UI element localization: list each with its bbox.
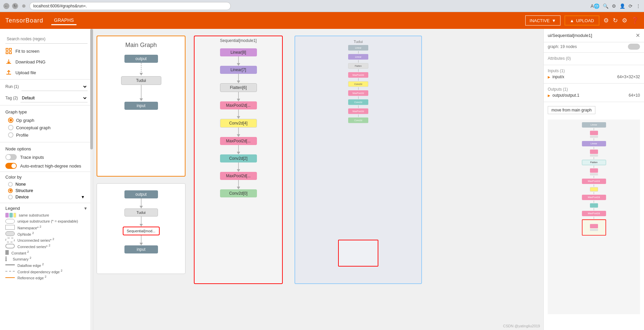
mini-overview-panel[interactable]: Tudui Linear Linear Flatten MaxPool2d Co… [294, 36, 422, 284]
download-png-button[interactable]: Download PNG [0, 56, 93, 67]
input-row[interactable]: ▶ input/x 64×3×32×32 [548, 74, 640, 80]
nav-graphs[interactable]: GRAPHS [51, 16, 76, 25]
auto-extract-toggle-row: Auto-extract high-degree nodes [0, 161, 93, 170]
bottom-main-graph-panel[interactable]: output Tudui Sequential[mod... [97, 183, 185, 274]
back-button[interactable]: ← [3, 3, 9, 9]
input-value: 64×3×32×32 [617, 75, 640, 79]
inactive-button[interactable]: INACTIVE ▼ [525, 15, 560, 26]
legend-unique-shape [5, 219, 15, 224]
rmp-c10 [594, 208, 594, 210]
search-input[interactable] [5, 34, 88, 44]
sc4 [235, 109, 242, 119]
output-row[interactable]: ▶ output/output.1 64×10 [548, 92, 640, 98]
rmp-c1 [594, 128, 594, 130]
profile-option[interactable]: Profile [8, 131, 85, 139]
seq-conv2-node[interactable]: Conv2d[2] [220, 154, 257, 162]
auto-extract-toggle[interactable] [5, 163, 17, 169]
rmp-7: MaxPool2d [582, 179, 606, 184]
fit-screen-button[interactable]: Fit to screen [0, 46, 93, 56]
bottom-input-node[interactable]: input [124, 245, 158, 253]
op-graph-radio[interactable] [8, 117, 13, 123]
rmp-10a [590, 203, 598, 208]
legend-control-label: Control dependency edge 2 [17, 269, 62, 274]
svg-marker-17 [237, 81, 240, 83]
profile-icon[interactable]: 👤 [620, 3, 625, 9]
upload-file-button[interactable]: Upload file [0, 67, 93, 78]
bottom-tudui-node[interactable]: Tudui [124, 208, 158, 217]
sc3 [235, 92, 242, 101]
legend-opnode-shape [5, 231, 15, 236]
extension-icon[interactable]: ⚙ [612, 3, 616, 9]
output-name: output/output.1 [552, 93, 579, 98]
legend-header[interactable]: Legend ▼ [5, 206, 88, 211]
close-icon[interactable]: ✕ [636, 32, 640, 39]
color-device-dropdown[interactable]: ▼ [81, 195, 85, 199]
legend-collapse-icon[interactable]: ▼ [84, 206, 88, 211]
reload-icon[interactable]: ↻ [613, 17, 618, 24]
move-from-main-graph-button[interactable]: move from main graph [548, 106, 595, 114]
zoom-icon[interactable]: 🔍 [603, 3, 608, 9]
legend-item-unique: unique substructure (* = expandable) [5, 218, 88, 224]
seq-maxpool1-node[interactable]: MaxPool2d[... [220, 172, 257, 180]
conceptual-graph-radio[interactable] [8, 125, 13, 130]
inactive-label: INACTIVE [530, 18, 550, 23]
conceptual-graph-option[interactable]: Conceptual graph [8, 124, 85, 131]
graph-type-options: Op graph Conceptual graph Profile [0, 116, 93, 141]
rmp-11: MaxPool2d [582, 211, 606, 216]
main-input-node[interactable]: input [124, 102, 158, 110]
op-graph-option[interactable]: Op graph [8, 116, 85, 124]
mini-conn5 [358, 87, 359, 90]
panel-toggle[interactable] [628, 44, 640, 50]
scrollbar-track[interactable] [90, 29, 93, 330]
full-graph: Main Graph output Tudui [93, 29, 543, 330]
seq-linear7-node[interactable]: Linear[7] [220, 66, 257, 74]
color-by-title: Color by [5, 175, 88, 180]
graph-type-title: Graph type [0, 107, 93, 116]
sync-icon[interactable]: ⟳ [629, 3, 633, 9]
header-right: INACTIVE ▼ ▲ UPLOAD ⚙ ↻ ⚙ ❓ [525, 15, 639, 26]
seq-maxpool3-node[interactable]: MaxPool2d[... [220, 137, 257, 145]
outputs-title: Outputs (1) [548, 87, 640, 92]
bottom-graph-nodes: output Tudui Sequential[mod... [97, 184, 185, 253]
legend-unconnected-label: Unconnected series* 2 [17, 237, 54, 242]
color-device-radio[interactable] [8, 195, 13, 199]
url-bar[interactable]: localhost:6006/#graphs&run=. [30, 2, 231, 10]
help-icon[interactable]: ❓ [631, 17, 639, 24]
color-structure-option[interactable]: Structure [5, 187, 88, 194]
bottom-output-node[interactable]: output [124, 190, 158, 198]
color-device-option[interactable]: Device ▼ [5, 194, 88, 200]
main-output-node[interactable]: output [124, 55, 158, 63]
svg-marker-5 [140, 73, 143, 76]
run-select[interactable] [21, 82, 88, 91]
node-options-title: Node options [0, 144, 93, 153]
scrollbar-thumb[interactable] [90, 29, 93, 149]
bottom-sequential-node[interactable]: Sequential[mod... [123, 227, 160, 235]
seq-conv0-node[interactable]: Conv2d[0] [220, 189, 257, 197]
seq-module-panel[interactable]: Sequential[module1] Linear[8] Linear[7] … [194, 36, 283, 284]
trace-inputs-toggle[interactable] [5, 154, 17, 160]
tag-select[interactable]: Default [20, 94, 88, 102]
upload-button[interactable]: ▲ UPLOAD [565, 15, 599, 26]
seq-flatten6-node[interactable]: Flatten[6] [220, 83, 257, 92]
settings-icon[interactable]: ⚙ [603, 17, 609, 24]
legend-same-substructure-label: same substructure [19, 213, 49, 217]
menu-icon[interactable]: ⋮ [636, 3, 641, 9]
sidebar: Fit to screen Download PNG Upload file R… [0, 29, 93, 330]
seq-linear8-node[interactable]: Linear[8] [220, 48, 257, 56]
main-tudui-node[interactable]: Tudui [121, 76, 161, 85]
refresh-button[interactable]: ↻ [12, 3, 18, 9]
gear-icon[interactable]: ⚙ [622, 17, 627, 24]
upload-file-icon [5, 69, 12, 76]
translate-icon[interactable]: A🌐 [591, 3, 599, 9]
color-structure-radio[interactable] [8, 188, 13, 193]
seq-conv4-node[interactable]: Conv2d[4] [220, 119, 257, 128]
graph-area[interactable]: Main Graph output Tudui [93, 29, 543, 330]
color-none-option[interactable]: None [5, 181, 88, 187]
color-none-radio[interactable] [8, 182, 13, 187]
seq-maxpool5-node[interactable]: MaxPool2d[... [220, 101, 257, 109]
trace-inputs-label: Trace inputs [20, 155, 44, 160]
profile-radio[interactable] [8, 132, 13, 138]
main-graph-panel[interactable]: Main Graph output Tudui [97, 36, 185, 177]
legend-section: Legend ▼ same substructure unique substr… [0, 204, 93, 283]
mini-node-3: Flatten [348, 63, 368, 69]
